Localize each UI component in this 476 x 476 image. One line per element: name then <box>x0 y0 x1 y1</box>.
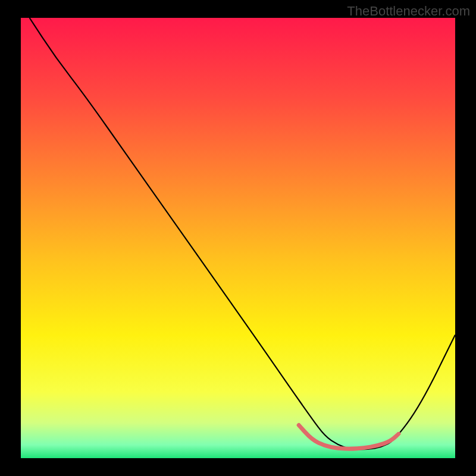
watermark-text: TheBottlenecker.com <box>347 4 470 19</box>
chart-svg <box>21 18 455 458</box>
chart-background-gradient <box>21 18 455 458</box>
chart-plot-area <box>21 18 455 458</box>
